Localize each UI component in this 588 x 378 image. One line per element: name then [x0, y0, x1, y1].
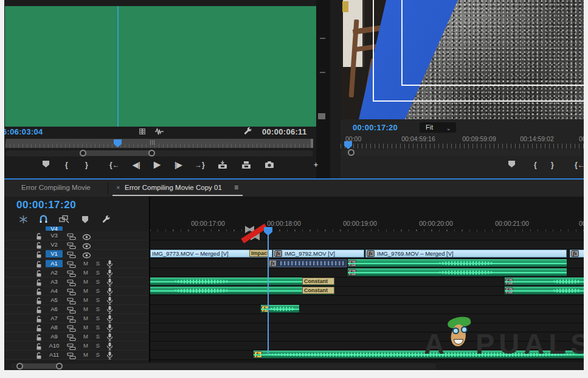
mute-button[interactable]: M	[82, 269, 89, 276]
source-patch-icon[interactable]	[67, 333, 75, 340]
ruler-end-handle[interactable]	[311, 139, 313, 148]
source-patch-icon[interactable]	[67, 232, 75, 239]
solo-button[interactable]: S	[94, 342, 102, 349]
button-editor-plus[interactable]: +	[314, 161, 318, 169]
source-patch-icon[interactable]	[67, 241, 75, 248]
track-target-a2[interactable]: A2	[46, 269, 63, 276]
panel-divider[interactable]	[330, 0, 341, 178]
track-target-a6[interactable]: A6	[46, 306, 63, 313]
source-duration-timecode[interactable]: 00:00:06:11	[262, 127, 306, 136]
solo-button[interactable]: S	[94, 306, 102, 313]
mute-button[interactable]: M	[82, 278, 89, 285]
nest-toggle-icon[interactable]	[19, 215, 30, 225]
solo-button[interactable]: S	[94, 287, 102, 295]
step-forward-button[interactable]: |▶	[175, 161, 182, 169]
timeline-horizontal-scrollbar[interactable]	[4, 362, 584, 370]
track-lane-a6[interactable]	[150, 305, 584, 314]
panel-scroll-strip[interactable]	[316, 0, 330, 178]
source-patch-icon[interactable]	[67, 306, 75, 313]
timeline-playhead-line[interactable]	[268, 234, 269, 354]
lock-icon[interactable]	[35, 342, 43, 349]
clip-a4[interactable]: fx	[505, 287, 584, 295]
film-strip-icon[interactable]	[138, 127, 147, 138]
track-target-a7[interactable]: A7	[46, 315, 63, 322]
mark-out-button[interactable]: }	[551, 161, 554, 169]
track-target-a9[interactable]: A9	[46, 333, 63, 340]
tab-error-compiling-movie-copy[interactable]: Error Compiling Movie Copy 01	[125, 184, 222, 191]
lock-icon[interactable]	[35, 296, 43, 304]
track-target-a3[interactable]: A3	[46, 278, 63, 285]
source-patch-icon[interactable]	[67, 342, 75, 349]
go-to-in-button[interactable]: {←	[109, 161, 120, 169]
lock-icon[interactable]	[35, 269, 43, 276]
timeline-current-timecode[interactable]: 00:00:17:20	[16, 199, 76, 211]
lock-icon[interactable]	[35, 306, 43, 313]
solo-button[interactable]: S	[94, 269, 102, 276]
solo-button[interactable]: S	[94, 333, 102, 340]
toggle-track-output-eye-icon[interactable]	[82, 232, 90, 239]
source-patch-icon[interactable]	[67, 278, 75, 285]
track-target-a1[interactable]: A1	[46, 260, 63, 267]
source-patch-icon[interactable]	[67, 260, 75, 267]
mute-button[interactable]: M	[82, 351, 89, 359]
add-marker-button[interactable]	[43, 161, 49, 167]
mute-button[interactable]: M	[82, 296, 89, 304]
clip-a3[interactable]: fx	[505, 278, 584, 285]
add-marker-icon[interactable]	[81, 215, 92, 225]
track-lane-v2[interactable]	[150, 240, 584, 250]
clip-a1[interactable]: fx	[268, 259, 347, 267]
go-to-in-button[interactable]: {←	[575, 161, 584, 169]
source-patch-icon[interactable]	[67, 296, 75, 304]
add-marker-button[interactable]	[508, 161, 515, 167]
mark-out-button[interactable]: }	[85, 161, 88, 169]
solo-button[interactable]: S	[94, 315, 102, 322]
lock-icon[interactable]	[35, 315, 43, 322]
fx-badge[interactable]: fx	[274, 250, 282, 257]
solo-button[interactable]: S	[94, 324, 102, 331]
track-target-v4-sliver[interactable]: V4	[46, 226, 63, 231]
source-zoom-scrollbar[interactable]	[5, 150, 313, 156]
fx-badge[interactable]: fx	[269, 260, 277, 267]
mute-button[interactable]: M	[82, 260, 89, 267]
mic-record-icon[interactable]	[106, 333, 114, 340]
mic-record-icon[interactable]	[106, 278, 114, 285]
source-patch-icon[interactable]	[67, 324, 75, 331]
tab-error-compiling-movie[interactable]: Error Compiling Movie	[21, 184, 91, 191]
program-ruler[interactable]: 00:0000:04:59:1600:09:59:0900:14:59:0200…	[341, 135, 584, 149]
track-lane-a5[interactable]	[150, 296, 584, 305]
audio-waveform-icon[interactable]	[154, 127, 164, 138]
clip-a1[interactable]: fx	[348, 259, 567, 267]
linked-selection-icon[interactable]	[59, 215, 70, 225]
fx-badge[interactable]: fx	[571, 250, 579, 257]
transition-constant[interactable]: Constant	[302, 278, 334, 285]
panel-grip[interactable]	[318, 113, 325, 119]
transform-outline-inner[interactable]	[401, 0, 584, 86]
mute-button[interactable]: M	[82, 333, 89, 340]
export-frame-button[interactable]	[265, 161, 274, 170]
mic-record-icon[interactable]	[106, 287, 114, 295]
lock-icon[interactable]	[35, 232, 43, 239]
timeline-content[interactable]: 00:00:17:0000:00:18:0000:00:19:0000:00:2…	[149, 197, 584, 362]
track-target-a11[interactable]: A11	[46, 351, 63, 359]
mark-in-button[interactable]: {	[65, 161, 68, 169]
track-target-a8[interactable]: A8	[46, 324, 63, 331]
settings-wrench-icon[interactable]	[243, 127, 252, 138]
lock-icon[interactable]	[35, 250, 43, 257]
mute-button[interactable]: M	[82, 342, 89, 349]
source-current-timecode[interactable]: 6:06:03:04	[4, 127, 43, 136]
source-preview-greenscreen[interactable]	[5, 6, 316, 127]
mic-record-icon[interactable]	[106, 269, 114, 276]
fx-badge[interactable]: fx	[367, 250, 375, 257]
mic-record-icon[interactable]	[106, 315, 114, 322]
program-zoom-scrollbar[interactable]	[342, 150, 583, 156]
lock-icon[interactable]	[35, 241, 43, 248]
program-preview[interactable]	[341, 0, 584, 119]
mic-record-icon[interactable]	[106, 324, 114, 331]
track-target-a4[interactable]: A4	[46, 287, 63, 295]
mic-record-icon[interactable]	[106, 296, 114, 304]
clip-v1[interactable]: fxIMG_9792.MOV [V]	[273, 250, 364, 257]
overwrite-button[interactable]	[241, 161, 252, 172]
mic-record-icon[interactable]	[106, 351, 114, 359]
track-target-v2[interactable]: V2	[46, 241, 63, 248]
lock-icon[interactable]	[35, 351, 43, 359]
